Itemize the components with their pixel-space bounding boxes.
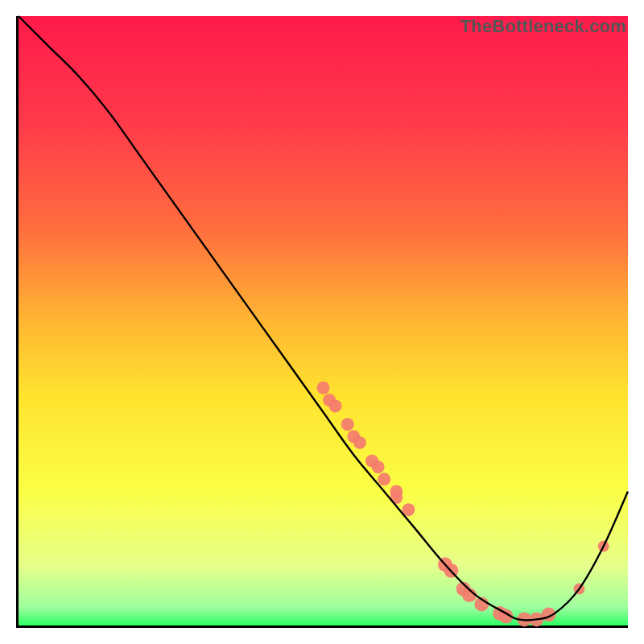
watermark-text: TheBottleneck.com [460,16,626,37]
plot-area: TheBottleneck.com [16,16,628,628]
data-point [353,436,366,449]
data-point [341,418,354,431]
data-point [378,473,390,485]
data-point [317,382,330,394]
chart-svg [19,16,628,625]
gradient-background [19,16,628,625]
data-point [329,400,342,413]
chart-container: TheBottleneck.com [0,0,644,644]
data-point [372,460,385,473]
